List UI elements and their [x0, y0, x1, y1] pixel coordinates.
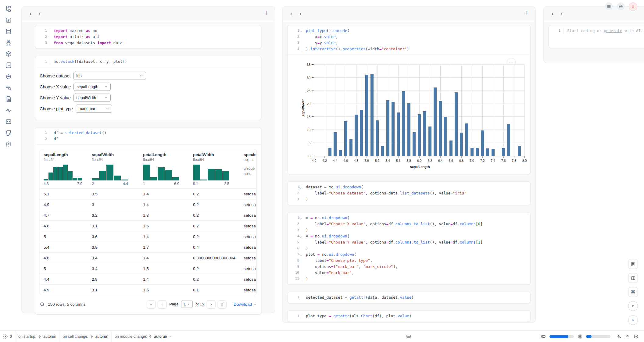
code-line[interactable]: 3 y=y.value,	[288, 40, 530, 46]
dataframe-cell[interactable]: 1df = selected_dataset()2df sepalLengthf…	[35, 127, 261, 315]
plot-cell[interactable]: 1plot_type().encode(2 x=x.value,3 y=y.va…	[287, 25, 531, 174]
code-line[interactable]: 3)	[288, 196, 530, 202]
scroll-right-button[interactable]: ›	[296, 9, 305, 17]
close-button[interactable]	[629, 2, 637, 11]
plot-type-cell[interactable]: 1plot_type = getattr(alt.Chart(df), plot…	[287, 310, 531, 322]
dropdown-choose-dataset[interactable]: iris	[73, 72, 146, 80]
scroll-right-button[interactable]: ›	[35, 9, 44, 17]
on-cell-change-setting[interactable]: on cell change: autorun	[59, 331, 111, 342]
generate-link[interactable]: generate	[604, 28, 622, 33]
interrupt-button[interactable]	[628, 301, 638, 311]
code-line[interactable]: 10 value="mark_bar",	[288, 270, 530, 276]
code-line[interactable]: 3from vega_datasets import data	[35, 40, 261, 46]
layout-button[interactable]	[628, 273, 638, 283]
table-row[interactable]: 53.61.40.2setosa	[40, 231, 256, 242]
fold-chevron-icon[interactable]	[299, 235, 302, 238]
last-page-button[interactable]: »	[218, 300, 227, 308]
search-icon[interactable]	[40, 302, 45, 307]
code-line[interactable]: 1x = mo.ui.dropdown(	[288, 215, 530, 221]
workflow-icon[interactable]	[5, 39, 13, 46]
connected-check-icon[interactable]	[634, 334, 639, 339]
add-cell-button[interactable]: +	[262, 9, 270, 17]
code-line[interactable]: 7plot = mo.ui.dropdown(	[288, 251, 530, 258]
scroll-left-button[interactable]: ‹	[287, 9, 296, 17]
ai-sparkles-icon[interactable]	[617, 334, 621, 339]
code-line[interactable]: 8 label="Choose plot type",	[288, 258, 530, 264]
menu-button[interactable]	[605, 2, 613, 10]
code-line[interactable]: 1dataset = mo.ui.dropdown(	[288, 184, 530, 190]
dropdown-choose-y-value[interactable]: sepalWidth	[73, 94, 111, 102]
code-line[interactable]: 2 label="Choose X value", options=df.col…	[288, 221, 530, 227]
dropdown-choose-plot-type[interactable]: mark_bar	[76, 105, 112, 113]
dropdown-choose-x-value[interactable]: sepalLength	[73, 83, 111, 91]
package-icon[interactable]	[5, 50, 13, 58]
imports-cell[interactable]: 1import marimo as mo2import altair as al…	[35, 25, 261, 49]
errors-indicator[interactable]: 0	[0, 331, 15, 342]
kernel-icon[interactable]	[625, 334, 630, 339]
code-line[interactable]: 5 label="Choose Y value", options=df.col…	[288, 239, 530, 245]
save-button[interactable]	[628, 259, 638, 269]
table-row[interactable]: 53.41.50.2setosa	[40, 263, 256, 274]
keyboard-icon[interactable]	[406, 334, 411, 339]
prev-page-button[interactable]: ‹	[158, 300, 166, 308]
table-row[interactable]: 4.73.21.30.2setosa	[40, 210, 256, 220]
code-line[interactable]: 1df = selected_dataset()	[35, 130, 261, 136]
fold-chevron-icon[interactable]	[299, 217, 302, 220]
code-block-icon[interactable]	[5, 118, 13, 125]
settings-button[interactable]	[617, 2, 625, 10]
table-column-header[interactable]: petalWidthfloat640.12.5	[193, 152, 244, 186]
editor-placeholder[interactable]: Start coding or generate with AI.	[563, 28, 644, 34]
table-row[interactable]: 5.13.51.40.2setosa	[40, 188, 256, 199]
scroll-right-button[interactable]: ›	[557, 9, 566, 17]
table-row[interactable]: 4.63.11.50.2setosa	[40, 220, 256, 231]
run-button[interactable]	[628, 315, 638, 325]
fold-chevron-icon[interactable]	[299, 253, 302, 256]
add-cell-button[interactable]: +	[523, 9, 531, 17]
code-line[interactable]: 9 options=["mark_bar", "mark_circle"],	[288, 264, 530, 270]
code-line[interactable]: 3)	[288, 227, 530, 233]
scroll-left-button[interactable]: ‹	[548, 9, 557, 17]
on-startup-setting[interactable]: on startup: autorun	[15, 331, 59, 342]
code-line[interactable]: 2df	[35, 136, 261, 142]
download-button[interactable]: Download	[234, 302, 257, 307]
code-line[interactable]: 4y = mo.ui.dropdown(	[288, 233, 530, 239]
scroll-text-icon[interactable]	[5, 61, 13, 69]
table-row[interactable]: 5.43.91.70.4setosa	[40, 242, 256, 252]
table-row[interactable]: 4.63.41.40.30000000000000004setosa	[40, 252, 256, 263]
code-line[interactable]: 1selected_dataset = getattr(data, datase…	[288, 294, 530, 301]
selected-dataset-cell[interactable]: 1selected_dataset = getattr(data, datase…	[287, 292, 531, 303]
table-row[interactable]: 4.93.11.50.1setosa	[40, 284, 256, 295]
code-line[interactable]: 2import altair as alt	[35, 34, 261, 40]
function-square-icon[interactable]: ƒ	[5, 16, 13, 24]
empty-editor-cell[interactable]: 1 Start coding or generate with AI.	[549, 25, 644, 48]
first-page-button[interactable]: «	[147, 300, 156, 308]
code-line[interactable]: 1plot_type = getattr(alt.Chart(df), plot…	[288, 313, 530, 319]
code-line[interactable]: 1mo.vstack([dataset, x, y, plot])	[35, 59, 261, 65]
code-line[interactable]: 6)	[288, 245, 530, 251]
code-line[interactable]: 2 x=x.value,	[288, 34, 530, 40]
xy-plot-dropdown-cell[interactable]: 1x = mo.ui.dropdown(2 label="Choose X va…	[287, 212, 531, 285]
activity-icon[interactable]	[5, 106, 13, 114]
file-tree-icon[interactable]	[5, 5, 13, 12]
scroll-left-button[interactable]: ‹	[26, 9, 35, 17]
bot-message-icon[interactable]	[5, 73, 13, 80]
code-line[interactable]: 11)	[288, 276, 530, 282]
on-module-change-setting[interactable]: on module change: autorun	[112, 331, 175, 342]
table-column-header[interactable]: petalLengthfloat6416.9	[143, 152, 193, 186]
fold-chevron-icon[interactable]	[299, 30, 302, 33]
page-select[interactable]: 1	[181, 301, 193, 308]
vstack-cell[interactable]: 1mo.vstack([dataset, x, y, plot]) Choose…	[35, 56, 261, 120]
fold-chevron-icon[interactable]	[299, 186, 302, 189]
next-page-button[interactable]: ›	[207, 300, 216, 308]
code-line[interactable]: 1plot_type().encode(	[288, 28, 530, 34]
dataset-dropdown-cell[interactable]: 1dataset = mo.ui.dropdown(2 label="Choos…	[287, 181, 531, 205]
list-search-icon[interactable]	[5, 84, 13, 91]
notebook-pen-icon[interactable]	[5, 129, 13, 137]
shortcuts-button[interactable]: ⌘	[628, 287, 638, 297]
code-line[interactable]: 1import marimo as mo	[35, 28, 261, 34]
database-icon[interactable]	[5, 27, 13, 35]
help-circle-icon[interactable]: ?	[5, 140, 13, 148]
table-row[interactable]: 4.42.91.40.2setosa	[40, 274, 256, 284]
table-column-header[interactable]: speciesobjectuniquenulls:	[244, 152, 257, 186]
bar-chart[interactable]: 4.04.24.44.64.85.05.25.45.65.86.06.26.46…	[314, 65, 524, 156]
